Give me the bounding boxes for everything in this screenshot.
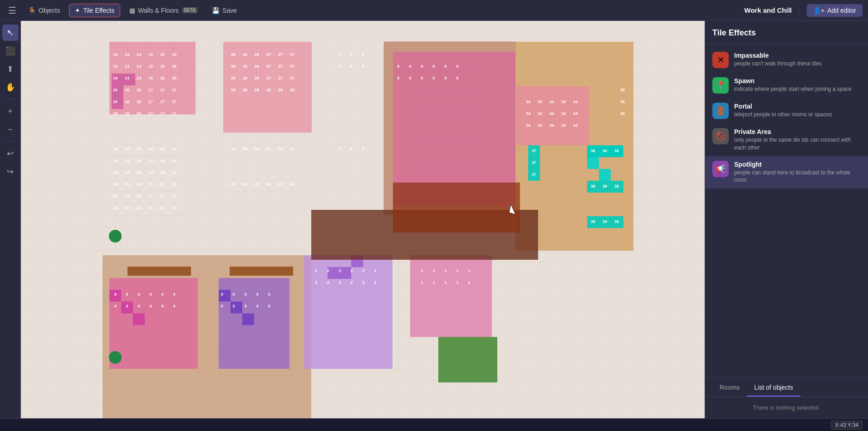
spotlight-name: Spotlight (734, 161, 861, 168)
spawn-icon: 📍 (712, 77, 729, 94)
tab-rooms[interactable]: Rooms (712, 379, 747, 396)
map-background[interactable]: 141414 151515 141414 151515 141414 15151… (21, 21, 705, 418)
menu-button[interactable]: ☰ (5, 2, 19, 19)
svg-rect-102 (516, 86, 589, 145)
svg-text:14: 14 (125, 64, 129, 69)
upload-tool[interactable]: ⬆ (2, 61, 19, 77)
svg-text:18: 18 (113, 147, 118, 151)
walls-floors-label: Walls & Floors (138, 7, 179, 14)
svg-text:16: 16 (125, 99, 129, 104)
walls-floors-button[interactable]: ▦ Walls & Floors BETA (124, 4, 203, 17)
svg-text:4: 4 (149, 304, 152, 308)
zoom-out-tool[interactable]: − (2, 121, 19, 138)
svg-text:8: 8 (362, 52, 364, 57)
tool-divider-1 (4, 99, 17, 99)
svg-text:16: 16 (125, 111, 129, 116)
svg-text:20: 20 (125, 206, 129, 210)
svg-text:34: 34 (561, 123, 566, 128)
undo-tool[interactable]: ↩ (2, 145, 19, 162)
svg-text:38: 38 (614, 184, 619, 188)
zoom-in-tool[interactable]: + (2, 103, 19, 119)
spotlight-effect-item[interactable]: 📢 Spotlight people can stand here to bro… (705, 156, 868, 189)
svg-text:34: 34 (549, 111, 554, 116)
svg-text:4: 4 (114, 304, 116, 308)
svg-text:15: 15 (172, 76, 177, 80)
svg-text:14: 14 (113, 52, 118, 57)
svg-text:39: 39 (591, 219, 595, 224)
private-area-text: Private Area only people in the same til… (734, 128, 861, 152)
svg-text:15: 15 (160, 64, 165, 69)
svg-text:26: 26 (243, 64, 247, 69)
svg-text:34: 34 (526, 111, 530, 116)
hand-tool[interactable]: ✋ (2, 79, 19, 95)
svg-text:3: 3 (256, 304, 258, 308)
svg-rect-124 (328, 267, 339, 279)
svg-text:27: 27 (290, 64, 294, 69)
svg-text:4: 4 (149, 292, 152, 297)
svg-text:4: 4 (114, 292, 116, 297)
svg-text:34: 34 (573, 123, 578, 128)
svg-text:39: 39 (614, 219, 619, 224)
portal-text: Portal teleport people to other rooms or… (734, 103, 861, 119)
impassable-desc: people can't walk through these tiles (734, 60, 861, 68)
select-tool[interactable]: ↖ (2, 25, 19, 41)
svg-point-129 (109, 230, 122, 243)
status-bar: X:43 Y:34 (0, 418, 868, 431)
svg-text:38: 38 (591, 184, 595, 188)
map-canvas-area[interactable]: 141414 151515 141414 151515 141414 15151… (21, 21, 705, 418)
panel-tabs: Rooms List of objects (705, 379, 868, 397)
svg-text:30: 30 (255, 147, 259, 151)
svg-text:4: 4 (126, 292, 128, 297)
menu-icon: ☰ (8, 5, 16, 16)
svg-text:15: 15 (148, 52, 153, 57)
panel-divider (705, 377, 868, 377)
svg-text:39: 39 (603, 219, 607, 224)
svg-text:18: 18 (125, 159, 129, 163)
svg-text:27: 27 (266, 64, 271, 69)
nothing-selected-message: There is nothing selected. (705, 397, 868, 418)
tab-list-of-objects[interactable]: List of objects (747, 379, 800, 396)
svg-text:19: 19 (160, 147, 165, 151)
svg-text:9: 9 (350, 147, 352, 151)
svg-text:15: 15 (172, 52, 177, 57)
private-area-effect-item[interactable]: 🚫 Private Area only people in the same t… (705, 124, 868, 156)
svg-text:18: 18 (137, 170, 141, 175)
save-label: Save (222, 7, 237, 14)
svg-rect-127 (410, 255, 492, 337)
impassable-effect-item[interactable]: ✕ Impassable people can't walk through t… (705, 47, 868, 73)
svg-text:16: 16 (137, 111, 141, 116)
svg-text:19: 19 (148, 170, 153, 175)
svg-text:27: 27 (278, 64, 283, 69)
svg-text:17: 17 (148, 111, 153, 116)
svg-text:34: 34 (573, 99, 578, 104)
svg-text:4: 4 (137, 304, 140, 308)
spawn-effect-item[interactable]: 📍 Spawn indicate where people start when… (705, 73, 868, 98)
svg-text:1: 1 (421, 268, 423, 273)
svg-text:17: 17 (172, 88, 177, 92)
redo-tool[interactable]: ↪ (2, 163, 19, 180)
spawn-name: Spawn (734, 77, 861, 84)
spawn-text: Spawn indicate where people start when j… (734, 77, 861, 93)
svg-text:21: 21 (148, 182, 153, 187)
svg-text:20: 20 (113, 206, 118, 210)
svg-text:16: 16 (113, 111, 118, 116)
stamp-tool[interactable]: ⬛ (2, 43, 19, 59)
objects-button[interactable]: 🪑 Objects (23, 4, 65, 17)
svg-text:20: 20 (137, 194, 141, 198)
portal-effect-item[interactable]: 🚪 Portal teleport people to other rooms … (705, 98, 868, 124)
svg-rect-125 (339, 267, 351, 279)
svg-text:8: 8 (338, 64, 340, 69)
save-button[interactable]: 💾 Save (206, 4, 242, 17)
svg-text:6: 6 (409, 64, 411, 69)
svg-text:27: 27 (290, 52, 294, 57)
tile-effects-button[interactable]: ✦ Tile Effects (69, 4, 120, 17)
svg-text:34: 34 (561, 99, 566, 104)
svg-text:16: 16 (137, 88, 141, 92)
add-editor-button[interactable]: 👤+ Add editor (807, 4, 863, 17)
svg-text:15: 15 (160, 76, 165, 80)
portal-icon: 🚪 (712, 103, 729, 119)
svg-text:18: 18 (125, 170, 129, 175)
svg-text:2: 2 (362, 268, 364, 273)
tile-effects-label: Tile Effects (83, 7, 114, 14)
svg-text:14: 14 (125, 76, 129, 80)
